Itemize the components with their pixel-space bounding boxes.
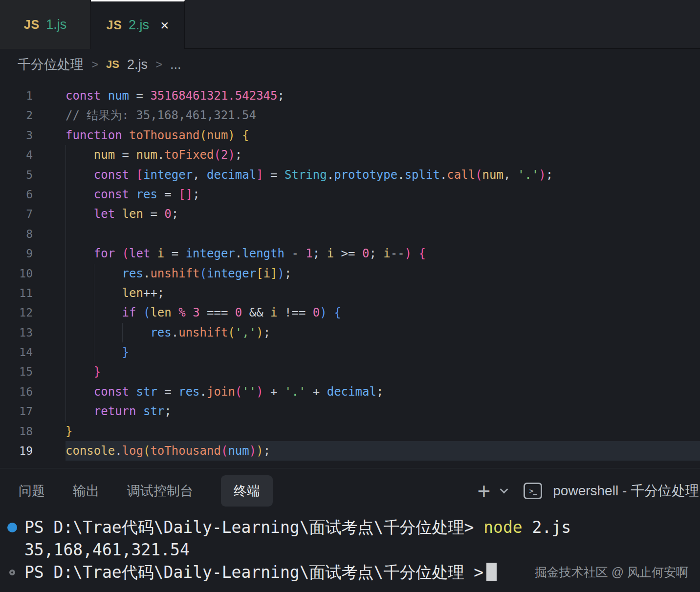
code-content: function toThousand(num) {: [66, 126, 700, 145]
panel-tab-debug-console[interactable]: 调试控制台: [127, 482, 193, 500]
breadcrumb-file[interactable]: 2.js: [127, 57, 148, 72]
code-token: decimal: [207, 168, 256, 182]
code-token: =: [164, 247, 185, 260]
code-content: len++;: [66, 283, 700, 303]
code-token: decimal: [327, 385, 376, 399]
code-token: .: [172, 326, 178, 339]
line-number: 15: [0, 362, 33, 381]
code-line[interactable]: 6 const res = [];: [0, 185, 700, 204]
code-line[interactable]: 18}: [0, 422, 700, 441]
breadcrumb: 千分位处理 > JS 2.js > ...: [0, 49, 700, 80]
code-token: =: [129, 89, 150, 103]
code-token: ;: [546, 168, 553, 182]
code-token: (: [228, 326, 235, 339]
line-number: 13: [0, 323, 33, 342]
code-token: [: [256, 267, 263, 280]
javascript-file-icon: JS: [106, 18, 122, 32]
breadcrumb-more[interactable]: ...: [170, 57, 181, 72]
code-line[interactable]: 7 let len = 0;: [0, 204, 700, 224]
code-token: ): [228, 128, 235, 142]
terminal-text: PS D:\Trae代码\Daily-Learning\面试考点\千分位处理 >: [24, 561, 497, 584]
panel-tab-problems[interactable]: 问题: [19, 482, 45, 500]
code-content: for (let i = integer.length - 1; i >= 0;…: [66, 244, 700, 263]
code-line[interactable]: 10 res.unshift(integer[i]);: [0, 264, 700, 283]
code-line[interactable]: 2// 结果为: 35,168,461,321.54: [0, 106, 700, 125]
editor-tab-bar: JS 1.js JS 2.js ×: [0, 0, 700, 49]
code-token: num: [136, 148, 157, 162]
indent-guide: [94, 323, 94, 342]
code-token: +: [306, 385, 327, 399]
code-content: return str;: [66, 402, 700, 421]
code-token: ): [320, 306, 327, 319]
code-token: +: [263, 385, 284, 399]
code-token: 2: [221, 148, 228, 162]
code-line[interactable]: 4 num = num.toFixed(2);: [0, 145, 700, 165]
line-number: 2: [0, 106, 33, 125]
code-line[interactable]: 3function toThousand(num) {: [0, 126, 700, 145]
indent-guide: [94, 342, 94, 362]
code-token: (: [475, 168, 482, 182]
line-number: 12: [0, 303, 33, 322]
chevron-right-icon: >: [155, 58, 162, 71]
code-line[interactable]: 11 len++;: [0, 283, 700, 303]
panel-tab-output[interactable]: 输出: [73, 482, 99, 500]
panel-actions: + >_ powershell - 千分位处理: [477, 468, 700, 513]
code-token: .: [143, 267, 150, 280]
code-line[interactable]: 12 if (len % 3 === 0 && i !== 0) {: [0, 303, 700, 322]
new-terminal-icon[interactable]: +: [477, 480, 490, 502]
close-icon[interactable]: ×: [160, 18, 169, 33]
indent-guide: [66, 382, 66, 402]
code-token: ;: [172, 207, 178, 221]
code-token: ): [278, 267, 284, 280]
line-number: 5: [0, 165, 33, 185]
tab-2js[interactable]: JS 2.js ×: [91, 0, 185, 49]
code-line[interactable]: 17 return str;: [0, 402, 700, 421]
code-token: >=: [334, 247, 362, 260]
code-token: ): [228, 148, 235, 162]
code-token: for: [94, 247, 122, 260]
code-line[interactable]: 5 const [integer, decimal] = String.prot…: [0, 165, 700, 185]
code-line[interactable]: 14 }: [0, 342, 700, 362]
code-line[interactable]: 8: [0, 224, 700, 244]
code-token: prototype: [334, 168, 397, 182]
code-token: unshift: [150, 267, 199, 280]
code-token: [186, 306, 193, 319]
code-token: len: [122, 286, 143, 300]
tab-strip-empty: [185, 0, 700, 49]
code-line[interactable]: 13 res.unshift(',');: [0, 323, 700, 342]
terminal-output[interactable]: PS D:\Trae代码\Daily-Learning\面试考点\千分位处理> …: [0, 513, 700, 592]
code-token: unshift: [178, 326, 228, 339]
chevron-down-icon[interactable]: [500, 486, 508, 494]
code-token: num: [94, 148, 115, 162]
code-token: res: [122, 267, 143, 280]
terminal-line: PS D:\Trae代码\Daily-Learning\面试考点\千分位处理> …: [0, 516, 700, 539]
code-line[interactable]: 16 const str = res.join('') + '.' + deci…: [0, 382, 700, 402]
breadcrumb-folder[interactable]: 千分位处理: [18, 56, 84, 73]
code-line[interactable]: 19console.log(toThousand(num));: [0, 441, 700, 461]
code-token: num: [207, 128, 228, 142]
line-number: 3: [0, 126, 33, 145]
code-token: [66, 207, 94, 221]
code-line[interactable]: 1const num = 35168461321.542345;: [0, 86, 700, 106]
code-token: toThousand: [150, 444, 221, 458]
code-token: ]: [256, 168, 263, 182]
panel-tab-terminal[interactable]: 终端: [221, 475, 273, 507]
code-token: ;: [284, 267, 291, 280]
code-token: str: [136, 385, 157, 399]
code-content: res.unshift(',');: [66, 323, 700, 342]
code-content: let len = 0;: [66, 204, 700, 224]
code-line[interactable]: 15 }: [0, 362, 700, 381]
code-editor[interactable]: 1const num = 35168461321.542345;2// 结果为:…: [0, 80, 700, 468]
code-token: (: [122, 247, 129, 260]
code-token: --: [391, 247, 405, 260]
tab-1js[interactable]: JS 1.js: [0, 0, 91, 49]
indent-guide: [66, 145, 66, 165]
code-token: toThousand: [129, 128, 200, 142]
tab-filename: 2.js: [129, 18, 149, 33]
code-line[interactable]: 9 for (let i = integer.length - 1; i >= …: [0, 244, 700, 263]
code-token: ;: [193, 188, 199, 201]
terminal-session-label[interactable]: powershell - 千分位处理: [553, 482, 699, 500]
code-token: ',': [235, 326, 256, 339]
code-token: ): [405, 247, 412, 260]
code-token: ,: [503, 168, 518, 182]
